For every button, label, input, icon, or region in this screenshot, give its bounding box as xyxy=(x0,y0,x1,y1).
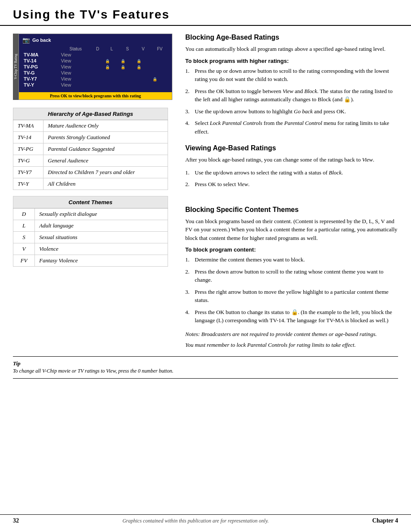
age-row-y: TV-Y All Children xyxy=(13,178,168,190)
rating-g: TV-G xyxy=(22,70,60,76)
viewing-age-intro: After you block age-based ratings, you c… xyxy=(185,156,398,164)
tip-divider-top xyxy=(13,356,398,357)
camera-icon: 📷 xyxy=(22,37,30,44)
blocking-age-step-1: 1. Press the up or down arrow button to … xyxy=(185,67,398,84)
age-row-14: TV-14 Parents Strongly Cautioned xyxy=(13,132,168,143)
age-rating-14: TV-14 xyxy=(13,132,44,143)
page-header: Using the TV's Features xyxy=(0,0,411,26)
tv-row-ma: TV-MA View xyxy=(22,52,168,58)
lock-14-l: 🔒 xyxy=(104,58,120,64)
lock-14-s: 🔒 xyxy=(119,58,135,64)
content-desc-v: Violence xyxy=(35,243,168,255)
tv-row-g: TV-G View xyxy=(22,70,168,76)
tv-table-header: Status D L S V FV xyxy=(22,46,168,52)
content-table-header-row: Content Themes xyxy=(13,196,168,208)
rating-y: TV-Y xyxy=(22,82,60,88)
age-desc-pg: Parental Guidance Suggested xyxy=(44,143,168,155)
col-fv: FV xyxy=(151,46,168,52)
content-desc-s: Sexual situations xyxy=(35,232,168,243)
blocking-age-intro: You can automatically block all program … xyxy=(185,45,398,53)
content-code-fv: FV xyxy=(13,255,35,267)
tv-row-pg: TV-PG View 🔒 🔒 🔒 xyxy=(22,64,168,70)
age-rating-y7: TV-Y7 xyxy=(13,167,44,178)
blocking-content-subtitle: To block program content: xyxy=(185,246,398,253)
blocking-age-step-2: 2. Press the OK button to toggle between… xyxy=(185,87,398,104)
tv-row-14: TV-14 View 🔒 🔒 🔒 xyxy=(22,58,168,64)
age-rating-ma: TV-MA xyxy=(13,120,44,132)
go-back-row: 📷 Go back xyxy=(22,37,168,44)
tip-divider-bottom xyxy=(13,378,398,379)
blocking-content-step-3: 3. Press the right arrow button to move … xyxy=(185,288,398,305)
age-table-header: Hierarchy of Age-Based Ratings xyxy=(13,108,168,120)
content-desc-fv: Fantasy Violence xyxy=(35,255,168,267)
col-rating xyxy=(22,46,60,52)
col-s: S xyxy=(119,46,135,52)
blocking-age-title: Blocking Age-Based Ratings xyxy=(185,34,398,41)
content-code-v: V xyxy=(13,243,35,255)
main-layout: V-Chip TV Rating 📷 Go back Status D xyxy=(0,34,411,352)
age-desc-ma: Mature Audience Only xyxy=(44,120,168,132)
viewing-age-section: Viewing Age-Based Ratings After you bloc… xyxy=(185,144,398,189)
footer-page-num: 32 xyxy=(13,517,19,524)
content-code-l: L xyxy=(13,220,35,232)
content-row-fv: FV Fantasy Violence xyxy=(13,255,168,267)
v-chip-label: V-Chip TV Rating xyxy=(13,34,19,100)
col-v: V xyxy=(135,46,151,52)
content-row-l: L Adult language xyxy=(13,220,168,232)
status-y: View xyxy=(60,82,92,88)
rating-y7: TV-Y7 xyxy=(22,76,60,82)
rating-pg: TV-PG xyxy=(22,64,60,70)
status-14: View xyxy=(60,58,92,64)
viewing-age-step-2: 2. Press OK to select View. xyxy=(185,180,398,189)
content-desc-l: Adult language xyxy=(35,220,168,232)
lock-pg-l: 🔒 xyxy=(104,64,120,70)
blocking-content-steps: 1. Determine the content themes you want… xyxy=(185,255,398,325)
age-desc-y7: Directed to Children 7 years and older xyxy=(44,167,168,178)
age-rating-g: TV-G xyxy=(13,155,44,167)
col-d: D xyxy=(91,46,103,52)
age-desc-14: Parents Strongly Cautioned xyxy=(44,132,168,143)
age-rating-pg: TV-PG xyxy=(13,143,44,155)
blocking-age-step-3: 3. Use the up/down arrow buttons to high… xyxy=(185,107,398,116)
content-row-v: V Violence xyxy=(13,243,168,255)
status-y7: View xyxy=(60,76,92,82)
blocking-content-step-2: 2. Press the down arrow button to scroll… xyxy=(185,268,398,284)
blocking-content-step-1: 1. Determine the content themes you want… xyxy=(185,255,398,264)
age-desc-g: General Audience xyxy=(44,155,168,167)
blocking-content-note2: You must remember to lock Parental Contr… xyxy=(185,341,398,349)
tv-row-y7: TV-Y7 View 🔒 xyxy=(22,76,168,82)
content-code-d: D xyxy=(13,208,35,220)
content-row-s: S Sexual situations xyxy=(13,232,168,243)
tip-text: To change all V-Chip movie or TV ratings… xyxy=(13,367,398,375)
blocking-content-section: Blocking Specific Content Themes You can… xyxy=(185,206,398,349)
tip-section: Tip To change all V-Chip movie or TV rat… xyxy=(13,352,398,379)
blocking-age-subtitle: To block programs with higher ratings: xyxy=(185,58,398,64)
page-title: Using the TV's Features xyxy=(13,8,398,22)
blocking-content-title: Blocking Specific Content Themes xyxy=(185,206,398,214)
col-l: L xyxy=(104,46,120,52)
blocking-content-step-4: 4. Press the OK button to change its sta… xyxy=(185,308,398,325)
age-row-g: TV-G General Audience xyxy=(13,155,168,167)
blocking-age-step-4: 4. Select Lock Parental Controls from th… xyxy=(185,119,398,136)
blocking-content-intro: You can block programs based on their co… xyxy=(185,217,398,243)
go-back-text: Go back xyxy=(32,37,51,43)
content-themes-table: Content Themes D Sexually explicit dialo… xyxy=(13,196,168,267)
content-code-s: S xyxy=(13,232,35,243)
tv-rating-table: Status D L S V FV TV-MA View xyxy=(22,46,168,88)
age-rating-y: TV-Y xyxy=(13,178,44,190)
status-pg: View xyxy=(60,64,92,70)
page-footer: 32 Graphics contained within this public… xyxy=(0,514,411,524)
age-row-pg: TV-PG Parental Guidance Suggested xyxy=(13,143,168,155)
content-row-d: D Sexually explicit dialogue xyxy=(13,208,168,220)
viewing-age-title: Viewing Age-Based Ratings xyxy=(185,144,398,152)
tv-row-y: TV-Y View xyxy=(22,82,168,88)
tv-screenshot-wrap: V-Chip TV Rating 📷 Go back Status D xyxy=(13,34,172,100)
footer-center-text: Graphics contained within this publicati… xyxy=(122,518,269,524)
lock-pg-v: 🔒 xyxy=(135,64,151,70)
blocking-age-steps: 1. Press the up or down arrow button to … xyxy=(185,67,398,136)
blocking-content-note1: Notes: Broadcasters are not required to … xyxy=(185,330,398,339)
right-column: Blocking Age-Based Ratings You can autom… xyxy=(181,34,398,352)
content-desc-d: Sexually explicit dialogue xyxy=(35,208,168,220)
press-ok-text: Press OK to view/block programs with thi… xyxy=(19,92,172,100)
age-ratings-table: Hierarchy of Age-Based Ratings TV-MA Mat… xyxy=(13,108,168,190)
